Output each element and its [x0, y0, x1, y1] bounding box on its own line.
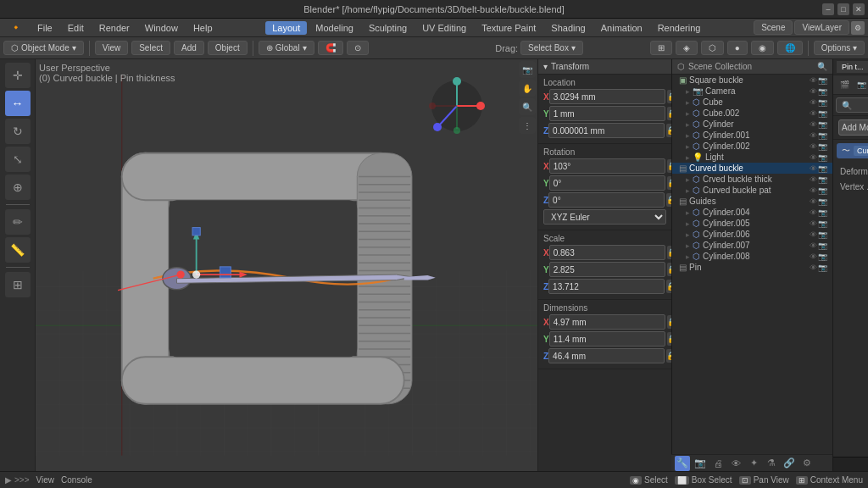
shading-material[interactable]: ◉	[751, 41, 774, 55]
viewport-hand-btn[interactable]: ✋	[519, 80, 536, 97]
camera-icon[interactable]: 📷	[818, 186, 827, 195]
camera-icon[interactable]: 📷	[818, 252, 827, 261]
viewport-camera-btn[interactable]: 📷	[519, 61, 536, 78]
visibility-icon[interactable]: 👁	[810, 263, 817, 272]
camera-icon[interactable]: 📷	[818, 175, 827, 184]
outliner-item[interactable]: ▸ ⬡ Curved buckle pat 👁 📷	[672, 185, 832, 196]
prop-scene-btn[interactable]: 🎬	[837, 77, 852, 92]
props-modifiers-icon[interactable]: ⚙	[799, 456, 815, 471]
overlay-button[interactable]: ⊞	[650, 41, 672, 55]
outliner-item[interactable]: ▸ ⬡ Cylinder.007 👁 📷	[672, 240, 832, 251]
scale-x-input[interactable]	[549, 245, 665, 260]
visibility-icon[interactable]: 👁	[810, 208, 817, 217]
visibility-icon[interactable]: 👁	[810, 219, 817, 228]
visibility-icon[interactable]: 👁	[810, 197, 817, 206]
maximize-button[interactable]: □	[837, 3, 849, 15]
props-physics-icon[interactable]: ⚗	[764, 456, 779, 471]
menu-edit[interactable]: Edit	[61, 21, 91, 35]
viewlayer-selector[interactable]: ViewLayer	[794, 20, 849, 35]
visibility-icon[interactable]: 👁	[810, 164, 817, 173]
add-menu[interactable]: Add	[174, 41, 204, 55]
options-button[interactable]: Options ▾	[814, 41, 865, 55]
props-view-icon[interactable]: 👁	[728, 456, 743, 471]
view-tab[interactable]: View	[36, 475, 55, 485]
sidebar-annotate-tool[interactable]: ✏	[5, 209, 31, 235]
outliner-item[interactable]: ▸ ⬡ Cylinder.006 👁 📷	[672, 229, 832, 240]
visibility-icon[interactable]: 👁	[810, 175, 817, 184]
minimize-button[interactable]: –	[822, 3, 834, 15]
prop-render-btn[interactable]: 📷	[854, 77, 868, 92]
outliner-item[interactable]: ▤ Guides 👁 📷	[672, 196, 832, 207]
visibility-icon[interactable]: 👁	[810, 109, 817, 118]
sidebar-move-tool[interactable]: ↔	[5, 91, 31, 116]
shading-render[interactable]: 🌐	[777, 41, 803, 55]
close-button[interactable]: ✕	[853, 3, 865, 15]
camera-icon[interactable]: 📷	[818, 153, 827, 162]
workspace-tab-animation[interactable]: Animation	[594, 21, 649, 35]
curve-tab[interactable]: Curve ...	[854, 146, 868, 156]
menu-help[interactable]: Help	[186, 21, 220, 35]
camera-icon[interactable]: 📷	[818, 76, 827, 85]
snap-button[interactable]: 🧲	[318, 41, 343, 55]
workspace-tab-shading[interactable]: Shading	[544, 21, 592, 35]
dim-y-input[interactable]	[549, 331, 665, 347]
visibility-icon[interactable]: 👁	[810, 252, 817, 261]
sidebar-cursor-tool[interactable]: ✛	[5, 63, 31, 88]
viewport-3d[interactable]: User Perspective (0) Curved buckle | Pin…	[36, 59, 537, 471]
rotation-x-input[interactable]	[549, 158, 665, 174]
viewport-gizmo[interactable]: Y X Z	[427, 76, 487, 136]
outliner-item[interactable]: ▸ ⬡ Cylinder.005 👁 📷	[672, 218, 832, 229]
workspace-tab-layout[interactable]: Layout	[265, 21, 307, 35]
console-tab[interactable]: Console	[61, 475, 92, 485]
view-menu[interactable]: View	[95, 41, 129, 55]
visibility-icon[interactable]: 👁	[810, 120, 817, 129]
rotation-y-input[interactable]	[549, 175, 665, 191]
render-icon[interactable]: ⚙	[851, 21, 865, 35]
camera-icon[interactable]: 📷	[818, 98, 827, 107]
outliner-item[interactable]: ▸ ⬡ Cylinder 👁 📷	[672, 119, 832, 130]
sidebar-transform-tool[interactable]: ⊕	[5, 175, 31, 200]
camera-icon[interactable]: 📷	[818, 230, 827, 239]
camera-icon[interactable]: 📷	[818, 241, 827, 250]
workspace-tab-texture[interactable]: Texture Paint	[475, 21, 542, 35]
camera-icon[interactable]: 📷	[818, 120, 827, 129]
visibility-icon[interactable]: 👁	[810, 241, 817, 250]
visibility-icon[interactable]: 👁	[810, 153, 817, 162]
camera-icon[interactable]: 📷	[818, 208, 827, 217]
pin-tab[interactable]: Pin t...	[837, 61, 868, 73]
menu-window[interactable]: Window	[138, 21, 185, 35]
shading-solid[interactable]: ●	[727, 41, 748, 55]
outliner-item[interactable]: ▣ Square buckle 👁 📷	[672, 75, 832, 86]
location-y-input[interactable]	[549, 106, 665, 121]
outliner-item[interactable]: ▸ ⬡ Cylinder.004 👁 📷	[672, 207, 832, 218]
camera-icon[interactable]: 📷	[818, 219, 827, 228]
outliner-item[interactable]: ▸ 💡 Light 👁 📷	[672, 152, 832, 163]
camera-icon[interactable]: 📷	[818, 263, 827, 272]
mode-selector[interactable]: ⬡ Object Mode ▾	[3, 41, 84, 55]
proportional-edit[interactable]: ⊙	[347, 41, 369, 55]
workspace-tab-sculpting[interactable]: Sculpting	[362, 21, 414, 35]
visibility-icon[interactable]: 👁	[810, 87, 817, 96]
outliner-item[interactable]: ▤ Curved buckle 👁 📷	[672, 163, 832, 174]
location-x-input[interactable]	[549, 89, 665, 104]
rotation-mode-dropdown[interactable]: XYZ Euler	[543, 209, 666, 225]
add-modifier-button[interactable]: Add Modifier ▾	[838, 119, 868, 136]
select-box-button[interactable]: Select Box ▾	[520, 41, 583, 55]
outliner-item[interactable]: ▸ ⬡ Cylinder.002 👁 📷	[672, 141, 832, 152]
transform-selector[interactable]: ⊕ Global ▾	[259, 41, 314, 55]
props-output-icon[interactable]: 🖨	[710, 456, 726, 471]
props-render-icon[interactable]: 📷	[693, 456, 708, 471]
select-menu[interactable]: Select	[131, 41, 170, 55]
workspace-tab-rendering[interactable]: Rendering	[651, 21, 708, 35]
scale-y-input[interactable]	[549, 262, 665, 277]
outliner-item[interactable]: ▤ Pin 👁 📷	[672, 262, 832, 273]
workspace-tab-uv[interactable]: UV Editing	[415, 21, 473, 35]
visibility-icon[interactable]: 👁	[810, 230, 817, 239]
scene-selector[interactable]: Scene	[754, 20, 793, 35]
object-menu[interactable]: Object	[208, 41, 248, 55]
outliner-item[interactable]: ▸ ⬡ Cube 👁 📷	[672, 97, 832, 108]
viewport-dots-btn[interactable]: ⋮	[519, 117, 536, 134]
props-constraints-icon[interactable]: 🔗	[782, 456, 797, 471]
menu-blender[interactable]: 🔸	[3, 20, 29, 35]
shading-wire[interactable]: ⬡	[701, 41, 724, 55]
